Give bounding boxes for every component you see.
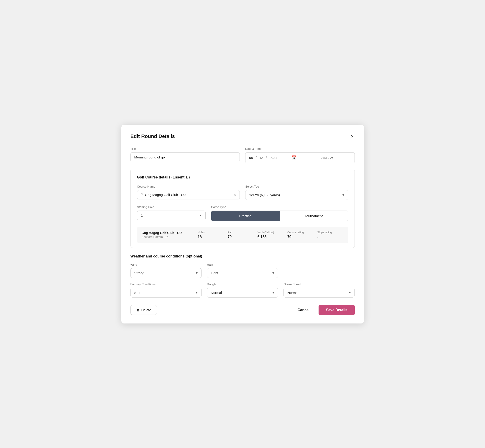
course-rating-value: 70 [287,235,291,239]
empty-group [283,263,355,278]
select-tee-label: Select Tee [245,185,348,188]
fairway-dropdown[interactable]: Dry Soft Normal Wet [130,288,202,297]
modal-title: Edit Round Details [130,133,175,139]
weather-grid: Wind Calm Light Moderate Strong Very Str… [130,263,355,297]
delete-label: Delete [141,308,151,312]
course-name-input[interactable] [145,193,232,197]
golf-course-section: Golf Course details (Essential) Course N… [130,169,355,248]
datetime-label: Date & Time [245,147,355,151]
weather-section-title: Weather and course conditions (optional) [130,254,355,258]
date-day: 12 [259,156,263,160]
yards-stat: Yards(Yellow) 6,156 [254,231,284,239]
par-label: Par [227,231,232,234]
rough-group: Rough Short Normal Long ▼ [207,282,278,297]
slope-rating-stat: Slope rating - [314,231,343,239]
title-input[interactable] [130,152,240,162]
holes-stat: Holes 18 [194,231,224,239]
footer-row: 🗑 Delete Cancel Save Details [130,305,355,315]
cancel-button[interactable]: Cancel [294,305,313,315]
green-speed-dropdown[interactable]: Slow Normal Fast Very Fast [283,288,355,297]
search-icon: ⚲ [140,192,143,197]
modal-header: Edit Round Details × [130,133,355,140]
slope-rating-value: - [317,235,318,239]
select-tee-wrap: Yellow (6,156 yards) White Red ▼ [245,190,348,200]
course-info-name: Gog Magog Golf Club - Old, Shelford Bott… [142,231,194,239]
fairway-label: Fairway Conditions [130,282,202,286]
footer-right: Cancel Save Details [294,305,355,315]
slash2: / [266,156,267,160]
save-button[interactable]: Save Details [319,305,355,315]
holes-label: Holes [198,231,205,234]
course-name-label: Course Name [137,185,240,188]
calendar-icon: 📅 [291,155,296,160]
yards-label: Yards(Yellow) [258,231,274,234]
fairway-wrap: Dry Soft Normal Wet ▼ [130,288,202,297]
rough-wrap: Short Normal Long ▼ [207,288,278,297]
weather-section: Weather and course conditions (optional)… [130,254,355,297]
course-rating-label: Course rating [287,231,304,234]
wind-dropdown[interactable]: Calm Light Moderate Strong Very Strong [130,268,202,278]
slash1: / [256,156,257,160]
trash-icon: 🗑 [136,308,140,312]
title-label: Title [130,147,240,151]
green-speed-wrap: Slow Normal Fast Very Fast ▼ [283,288,355,297]
select-tee-group: Select Tee Yellow (6,156 yards) White Re… [245,185,348,200]
starting-hole-wrap: 1 10 ▼ [137,211,206,220]
tournament-button[interactable]: Tournament [280,211,348,221]
close-button[interactable]: × [350,133,355,140]
select-tee-dropdown[interactable]: Yellow (6,156 yards) White Red [245,190,348,200]
conditions-row: Fairway Conditions Dry Soft Normal Wet ▼… [130,282,355,297]
course-name-input-wrap[interactable]: ⚲ ✕ [137,190,240,200]
par-value: 70 [227,235,232,239]
golf-section-title: Golf Course details (Essential) [137,175,348,179]
wind-label: Wind [130,263,202,266]
rain-group: Rain None Light Moderate Heavy ▼ [207,263,278,278]
fairway-group: Fairway Conditions Dry Soft Normal Wet ▼ [130,282,202,297]
course-info-bar: Gog Magog Golf Club - Old, Shelford Bott… [137,227,348,243]
clear-icon[interactable]: ✕ [233,192,236,197]
practice-button[interactable]: Practice [211,211,280,221]
starting-hole-dropdown[interactable]: 1 10 [137,211,206,220]
rough-dropdown[interactable]: Short Normal Long [207,288,278,297]
rain-wrap: None Light Moderate Heavy ▼ [207,268,278,278]
time-input[interactable]: 7:31 AM [300,152,355,163]
green-speed-group: Green Speed Slow Normal Fast Very Fast ▼ [283,282,355,297]
par-stat: Par 70 [224,231,254,239]
title-group: Title [130,147,240,163]
wind-wrap: Calm Light Moderate Strong Very Strong ▼ [130,268,202,278]
rough-label: Rough [207,282,278,286]
starting-hole-label: Starting Hole [137,205,206,209]
course-rating-stat: Course rating 70 [284,231,314,239]
hole-gametype-row: Starting Hole 1 10 ▼ Game Type Practice … [137,205,348,221]
date-input[interactable]: 05 / 12 / 2021 📅 [245,152,300,163]
slope-rating-label: Slope rating [317,231,332,234]
game-type-group: Game Type Practice Tournament [211,205,348,221]
starting-hole-group: Starting Hole 1 10 ▼ [137,205,206,221]
holes-value: 18 [198,235,202,239]
date-year: 2021 [270,156,277,160]
title-datetime-row: Title Date & Time 05 / 12 / 2021 📅 7:31 … [130,147,355,163]
course-location: Shelford Bottom, UK [142,235,194,239]
green-speed-label: Green Speed [283,282,355,286]
datetime-group: Date & Time 05 / 12 / 2021 📅 7:31 AM [245,147,355,163]
yards-value: 6,156 [258,235,267,239]
date-month: 05 [249,156,253,160]
wind-rain-row: Wind Calm Light Moderate Strong Very Str… [130,263,355,278]
course-tee-row: Course Name ⚲ ✕ Select Tee Yellow (6,156… [137,185,348,200]
game-type-label: Game Type [211,205,348,209]
rain-dropdown[interactable]: None Light Moderate Heavy [207,268,278,278]
course-name-group: Course Name ⚲ ✕ [137,185,240,200]
edit-round-modal: Edit Round Details × Title Date & Time 0… [121,125,364,323]
date-time-inputs: 05 / 12 / 2021 📅 7:31 AM [245,152,355,163]
delete-button[interactable]: 🗑 Delete [130,305,157,315]
game-type-toggle: Practice Tournament [211,211,348,221]
wind-group: Wind Calm Light Moderate Strong Very Str… [130,263,202,278]
course-name-display: Gog Magog Golf Club - Old, [142,231,194,235]
rain-label: Rain [207,263,278,266]
time-value: 7:31 AM [321,156,334,160]
